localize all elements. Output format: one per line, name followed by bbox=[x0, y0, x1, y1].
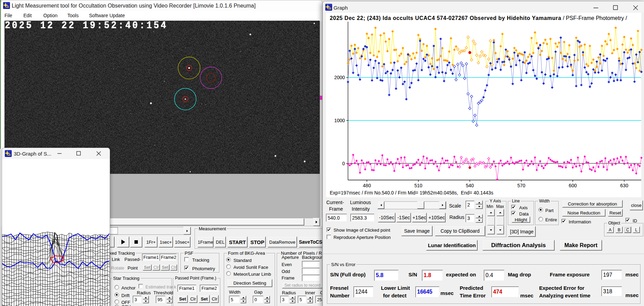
svg-text:0: 0 bbox=[342, 161, 345, 166]
svg-text:480: 480 bbox=[363, 183, 371, 188]
svg-text:540: 540 bbox=[466, 183, 474, 188]
svg-text:1000: 1000 bbox=[334, 118, 345, 123]
svg-text:2000: 2000 bbox=[334, 75, 345, 80]
svg-text:630: 630 bbox=[620, 183, 629, 188]
svg-text:510: 510 bbox=[414, 183, 423, 188]
svg-text:570: 570 bbox=[517, 183, 525, 188]
svg-text:600: 600 bbox=[569, 183, 577, 188]
